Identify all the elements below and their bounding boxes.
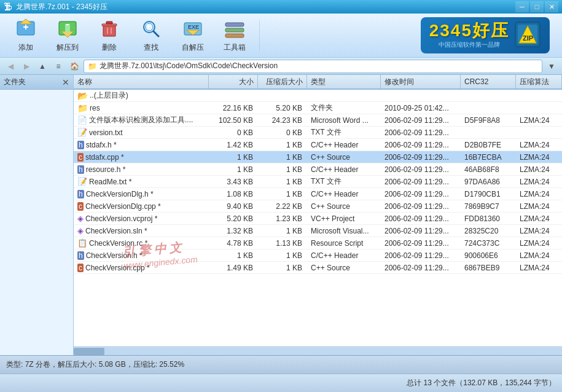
table-row[interactable]: 📁 res 22.16 KB 5.20 KB 文件夹 2010-09-25 01… [74, 102, 562, 114]
filename: CheckVersionDlg.h * [86, 190, 154, 198]
cell-method: LZMA:24 [516, 264, 562, 272]
cell-name: c CheckVersion.cpp * [74, 264, 209, 272]
cpp-icon: c [77, 264, 84, 272]
filename: res [90, 104, 100, 112]
sidebar-close-button[interactable]: ✕ [62, 77, 69, 87]
cell-packed: 0 KB [258, 128, 307, 137]
cell-name: ◈ CheckVersion.vcproj * [74, 214, 209, 223]
table-row[interactable]: 📂 ..(上层目录) [74, 90, 562, 102]
txt-icon: 📝 [77, 177, 87, 186]
cell-type: C/C++ Header [307, 141, 381, 149]
path-bar[interactable]: 📁 龙腾世界.7z.001\ltsj\Code\OmSdk\Code\Check… [84, 60, 542, 73]
brand-area: 2345好压 中国压缩软件第一品牌 ZIP [421, 17, 556, 53]
cell-packed: 1 KB [258, 190, 307, 198]
col-packed-header[interactable]: 压缩后大小 [258, 75, 307, 88]
table-row[interactable]: h CheckVersionDlg.h * 1.08 KB 1 KB C/C++… [74, 188, 562, 200]
window-controls: ─ □ ✕ [515, 1, 558, 12]
table-row[interactable]: h CheckVersion.h * 1 KB 1 KB C/C++ Heade… [74, 249, 562, 262]
svg-text:ZIP: ZIP [523, 34, 533, 42]
cell-type: TXT 文件 [307, 127, 381, 138]
sidebar: 文件夹 ✕ [0, 75, 74, 355]
filename: ..(上层目录) [90, 90, 128, 101]
cell-size: 9.40 KB [209, 202, 258, 211]
cell-modified: 2006-02-09 11:29... [381, 116, 461, 125]
table-row[interactable]: 📄 文件版本标识检测及添加工具.... 102.50 KB 24.23 KB M… [74, 114, 562, 127]
cell-packed: 1 KB [258, 141, 307, 149]
cell-size: 102.50 KB [209, 116, 258, 125]
table-row[interactable]: c CheckVersionDlg.cpp * 9.40 KB 2.22 KB … [74, 200, 562, 213]
cell-name: h CheckVersion.h * [74, 251, 209, 260]
col-name-header[interactable]: 名称 [74, 75, 209, 88]
svg-text:EXE: EXE [188, 24, 199, 30]
filename: CheckVersion.rc * [89, 239, 147, 248]
folder-icon: 📁 [77, 103, 88, 113]
cell-type: Microsoft Visual... [307, 227, 381, 235]
extract-icon [57, 18, 79, 40]
table-row[interactable]: 📝 ReadMe.txt * 3.43 KB 1 KB TXT 文件 2006-… [74, 176, 562, 188]
file-header: 名称 大小 压缩后大小 类型 修改时间 CRC32 压缩算法 [74, 75, 562, 90]
add-button[interactable]: 添加 [6, 17, 45, 55]
cell-name: 📝 version.txt [74, 128, 209, 137]
filename: CheckVersion.vcproj * [85, 214, 157, 223]
delete-button[interactable]: 删除 [90, 17, 129, 55]
cell-size: 3.43 KB [209, 178, 258, 186]
table-row[interactable]: c stdafx.cpp * 1 KB 1 KB C++ Source 2006… [74, 151, 562, 163]
maximize-button[interactable]: □ [530, 1, 544, 12]
cell-packed: 24.23 KB [258, 116, 307, 125]
cell-crc: D1790CB1 [461, 190, 516, 198]
cell-crc: 7869B9C7 [461, 202, 516, 211]
doc-icon: 📄 [77, 116, 87, 125]
svg-rect-10 [106, 22, 112, 24]
cell-crc: 6867BEB9 [461, 264, 516, 272]
add-label: 添加 [18, 42, 33, 53]
cell-modified: 2006-02-09 11:29... [381, 153, 461, 162]
filename: CheckVersionDlg.cpp * [85, 202, 161, 211]
tools-button[interactable]: 工具箱 [215, 17, 254, 55]
cell-name: h resource.h * [74, 165, 209, 174]
cell-size: 1 KB [209, 251, 258, 260]
find-button[interactable]: 查找 [131, 17, 171, 55]
extract-button[interactable]: 解压到 [48, 17, 87, 55]
proj-icon: ◈ [77, 226, 84, 235]
find-icon [140, 18, 162, 40]
table-row[interactable]: c CheckVersion.cpp * 1.49 KB 1 KB C++ So… [74, 262, 562, 274]
file-list: 📂 ..(上层目录) 📁 res 22.16 KB 5.20 KB 文件夹 20… [74, 90, 562, 347]
cell-packed: 1.13 KB [258, 239, 307, 248]
table-row[interactable]: h resource.h * 1 KB 1 KB C/C++ Header 20… [74, 163, 562, 176]
col-method-header[interactable]: 压缩算法 [516, 75, 562, 88]
cell-modified: 2006-02-09 11:29... [381, 190, 461, 198]
titlebar: 🗜 龙腾世界.7z.001 - 2345好压 ─ □ ✕ [0, 0, 562, 14]
svg-line-15 [154, 31, 158, 36]
close-button[interactable]: ✕ [545, 1, 558, 12]
menu-button[interactable]: ≡ [52, 60, 65, 73]
table-row[interactable]: ◈ CheckVersion.sln * 1.32 KB 1 KB Micros… [74, 225, 562, 237]
col-type-header[interactable]: 类型 [307, 75, 381, 88]
status-bar: 总计 13 个文件（132.07 KB，135,244 字节） [0, 374, 562, 392]
cell-packed: 1 KB [258, 251, 307, 260]
horizontal-scrollbar[interactable] [74, 347, 562, 355]
back-button[interactable]: ◀ [4, 60, 17, 73]
table-row[interactable]: h stdafx.h * 1.42 KB 1 KB C/C++ Header 2… [74, 139, 562, 151]
filename: version.txt [89, 128, 123, 137]
brand-name: 2345好压 [429, 22, 509, 39]
forward-button[interactable]: ▶ [20, 60, 33, 73]
cell-modified: 2006-02-09 11:29... [381, 202, 461, 211]
h-icon: h [77, 141, 84, 149]
up-button[interactable]: ▲ [36, 60, 49, 73]
toolbar-separator [259, 20, 260, 51]
table-row[interactable]: 📝 version.txt 0 KB 0 KB TXT 文件 2006-02-0… [74, 127, 562, 139]
home-button[interactable]: 🏠 [68, 60, 81, 73]
table-row[interactable]: 📋 CheckVersion.rc * 4.78 KB 1.13 KB Reso… [74, 237, 562, 249]
table-row[interactable]: ◈ CheckVersion.vcproj * 5.20 KB 1.23 KB … [74, 213, 562, 225]
svg-rect-8 [103, 25, 115, 36]
cell-modified: 2006-02-09 11:29... [381, 264, 461, 272]
cell-crc: FDD81360 [461, 214, 516, 223]
col-crc-header[interactable]: CRC32 [461, 75, 516, 88]
selfextract-button[interactable]: EXE 自解压 [173, 17, 213, 55]
col-size-header[interactable]: 大小 [209, 75, 258, 88]
cell-size: 1.42 KB [209, 141, 258, 149]
col-modified-header[interactable]: 修改时间 [381, 75, 461, 88]
minimize-button[interactable]: ─ [515, 1, 529, 12]
path-dropdown[interactable]: ▼ [545, 60, 558, 73]
filename: CheckVersion.sln * [85, 227, 147, 235]
